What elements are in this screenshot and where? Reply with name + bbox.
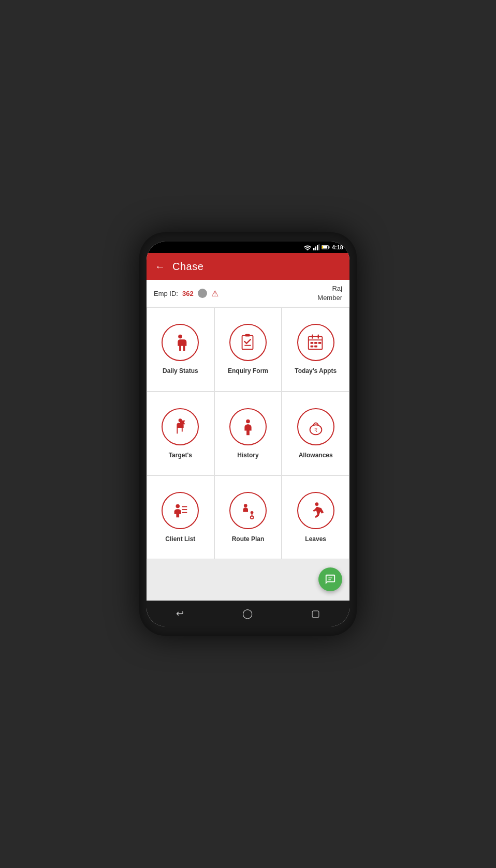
chat-fab-button[interactable] <box>318 567 342 591</box>
calendar-icon <box>306 333 326 352</box>
history-icon-circle <box>229 408 267 445</box>
back-nav-button[interactable]: ↩ <box>168 606 192 621</box>
grid-item-client-list[interactable]: Client List <box>147 475 214 559</box>
svg-rect-5 <box>329 246 330 248</box>
clipboard-check-icon <box>238 333 258 352</box>
svg-point-24 <box>246 419 250 423</box>
status-indicator <box>198 289 207 298</box>
grid-item-todays-appts[interactable]: Today's Appts <box>282 307 349 391</box>
svg-rect-17 <box>314 342 317 345</box>
grid-item-history[interactable]: History <box>214 392 282 475</box>
svg-rect-10 <box>245 334 250 337</box>
svg-point-8 <box>179 335 183 339</box>
emp-id-value: 362 <box>182 290 194 297</box>
flag-person-icon <box>170 417 190 437</box>
route-icon <box>238 501 258 520</box>
svg-rect-19 <box>310 346 313 348</box>
history-label: History <box>237 452 258 459</box>
warning-icon[interactable]: ⚠ <box>211 289 218 298</box>
emp-id-label: Emp ID: <box>154 290 178 297</box>
recents-nav-button[interactable]: ▢ <box>303 606 328 621</box>
grid-item-route-plan[interactable]: Route Plan <box>214 475 282 559</box>
todays-appts-icon-circle <box>297 324 334 361</box>
svg-point-31 <box>244 504 247 507</box>
grid-item-leaves[interactable]: Leaves <box>282 475 349 559</box>
svg-rect-18 <box>318 342 321 345</box>
daily-status-label: Daily Status <box>163 367 198 375</box>
svg-rect-7 <box>322 246 323 248</box>
allowances-label: Allowances <box>299 452 333 459</box>
money-bag-icon: ₹ <box>306 417 326 437</box>
home-nav-button[interactable]: ◯ <box>234 606 261 621</box>
battery-icon <box>322 244 330 250</box>
bottom-area <box>147 559 349 601</box>
targets-label: Target's <box>169 452 192 459</box>
employee-bar: Emp ID: 362 ⚠ Raj Member <box>147 280 349 307</box>
grid-item-enquiry-form[interactable]: Enquiry Form <box>214 307 282 391</box>
user-role: Member <box>317 293 342 303</box>
leaves-label: Leaves <box>305 535 326 543</box>
list-person-icon <box>170 501 190 520</box>
back-button[interactable]: ← <box>155 261 165 273</box>
signal-icon <box>313 244 319 250</box>
user-name: Raj <box>317 284 342 293</box>
svg-rect-20 <box>314 346 317 348</box>
svg-rect-3 <box>318 244 319 250</box>
svg-rect-2 <box>317 245 318 250</box>
time-display: 4:18 <box>332 244 343 250</box>
allowances-icon-circle: ₹ <box>297 408 334 445</box>
wifi-icon <box>304 244 311 250</box>
emp-info-left: Emp ID: 362 ⚠ <box>154 289 218 298</box>
targets-icon-circle <box>162 408 199 445</box>
grid-item-targets[interactable]: Target's <box>147 392 214 475</box>
emp-info-right: Raj Member <box>317 284 342 303</box>
enquiry-form-label: Enquiry Form <box>228 367 268 375</box>
daily-status-icon-circle <box>162 324 199 361</box>
svg-text:₹: ₹ <box>314 427 317 432</box>
enquiry-form-icon-circle <box>229 324 267 361</box>
svg-rect-16 <box>310 342 313 345</box>
leaves-icon-circle <box>297 492 334 529</box>
svg-point-35 <box>315 502 318 506</box>
phone-device: 4:18 ← Chase Emp ID: 362 ⚠ Raj Member <box>139 232 357 636</box>
walking-icon <box>306 501 326 520</box>
status-bar: 4:18 <box>147 242 349 253</box>
route-plan-label: Route Plan <box>232 535 265 543</box>
svg-rect-1 <box>315 247 316 251</box>
app-title: Chase <box>172 261 203 273</box>
svg-point-32 <box>251 511 254 514</box>
app-bar: ← Chase <box>147 253 349 280</box>
person-standing-icon <box>170 333 190 352</box>
status-icons: 4:18 <box>304 244 343 250</box>
client-list-icon-circle <box>162 492 199 529</box>
chat-icon <box>325 574 336 585</box>
client-list-label: Client List <box>165 535 195 543</box>
phone-screen: 4:18 ← Chase Emp ID: 362 ⚠ Raj Member <box>147 242 349 626</box>
svg-rect-0 <box>313 248 315 250</box>
grid-item-daily-status[interactable]: Daily Status <box>147 307 214 391</box>
menu-grid: Daily Status Enquiry Form <box>147 307 349 559</box>
history-person-icon <box>238 417 258 437</box>
svg-point-33 <box>251 516 254 519</box>
nav-bar: ↩ ◯ ▢ <box>147 601 349 626</box>
svg-point-27 <box>176 504 180 508</box>
route-plan-icon-circle <box>229 492 267 529</box>
todays-appts-label: Today's Appts <box>295 367 337 375</box>
grid-item-allowances[interactable]: ₹ Allowances <box>282 392 349 475</box>
